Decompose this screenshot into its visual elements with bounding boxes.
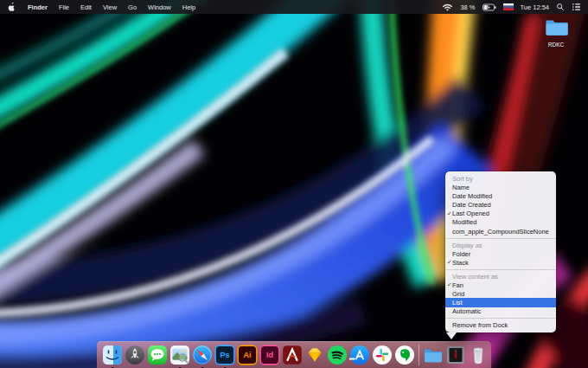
- clicked-stack-icon: [445, 345, 466, 365]
- menubar-menu-view[interactable]: View: [103, 3, 117, 11]
- dock-item-trash[interactable]: [468, 345, 489, 365]
- menu-item-com-apple-compoundslicenone[interactable]: com_apple_CompoundSliceNone: [445, 227, 556, 236]
- menu-item-remove-from-dock[interactable]: Remove from Dock: [445, 321, 556, 330]
- menu-item-label: Grid: [452, 290, 464, 298]
- menu-item-fan[interactable]: ✓Fan: [445, 281, 556, 289]
- menubar-menu-go[interactable]: Go: [128, 3, 137, 11]
- menu-item-automatic[interactable]: Automatic: [445, 307, 556, 316]
- menubar-menu-edit[interactable]: Edit: [80, 3, 92, 11]
- menu-section-header-sort-by: Sort by: [445, 174, 556, 183]
- menubar-menu-file[interactable]: File: [59, 3, 69, 11]
- dock-item-sketch[interactable]: [304, 345, 325, 365]
- sketch-icon: [304, 345, 325, 365]
- menubar-status: 38 % Tue 12:54: [442, 3, 581, 11]
- illustrator-icon: [237, 345, 258, 365]
- dock-item-launchpad[interactable]: [125, 345, 145, 365]
- dock-item-downloads-folder[interactable]: [423, 345, 444, 365]
- dock-item-illustrator[interactable]: Ai: [237, 345, 258, 365]
- menu-item-name[interactable]: Name: [445, 183, 556, 191]
- menu-item-modified[interactable]: Modified: [445, 218, 556, 227]
- folder-icon: [545, 18, 568, 40]
- slack-icon: [372, 345, 393, 365]
- dock-item-safari[interactable]: [192, 345, 213, 365]
- menu-item-stack[interactable]: ✓Stack: [445, 258, 556, 267]
- menu-item-label: Date Modified: [452, 192, 492, 200]
- dock-item-evernote[interactable]: [394, 345, 415, 365]
- context-menu-tail-icon: [446, 332, 457, 339]
- menu-separator: [445, 269, 556, 270]
- messages-icon: [147, 345, 168, 365]
- menu-item-last-opened[interactable]: ✓Last Opened: [445, 210, 556, 218]
- menu-item-label: Date Created: [452, 201, 491, 209]
- menu-item-label: List: [452, 299, 463, 307]
- menu-item-date-created[interactable]: Date Created: [445, 200, 556, 209]
- trash-icon: [468, 345, 489, 365]
- dock-item-acrobat[interactable]: [282, 345, 303, 365]
- evernote-icon: [394, 345, 415, 365]
- menu-item-label: Name: [452, 184, 470, 191]
- app-store-icon: [349, 345, 370, 365]
- dock-item-app-store[interactable]: [349, 345, 370, 365]
- menubar-menu-finder[interactable]: Finder: [28, 3, 48, 11]
- context-menu-body: Sort byNameDate ModifiedDate Created✓Las…: [445, 174, 556, 330]
- desktop-folder-rdkc[interactable]: RDKC: [536, 18, 576, 48]
- menu-item-label: com_apple_CompoundSliceNone: [452, 228, 549, 236]
- dock-item-slack[interactable]: [372, 345, 393, 365]
- menu-item-label: Fan: [452, 281, 463, 289]
- desktop-folder-label: RDKC: [548, 42, 564, 48]
- menu-item-date-modified[interactable]: Date Modified: [445, 191, 556, 200]
- dock-item-finder[interactable]: [102, 345, 123, 365]
- spotlight-icon[interactable]: [556, 3, 565, 11]
- input-flag-icon[interactable]: [503, 3, 514, 10]
- acrobat-icon: [282, 345, 303, 365]
- menubar-menu-help[interactable]: Help: [182, 3, 195, 11]
- dock-item-spotify[interactable]: [327, 345, 348, 365]
- menu-separator: [445, 318, 556, 319]
- menu-section-header-view-content-as: View content as: [445, 272, 556, 281]
- wifi-icon[interactable]: [442, 3, 453, 11]
- menubar-clock[interactable]: Tue 12:54: [521, 3, 550, 11]
- context-menu: Sort byNameDate ModifiedDate Created✓Las…: [445, 171, 556, 332]
- apple-menu-icon[interactable]: [7, 1, 16, 14]
- spotify-icon: [327, 345, 348, 365]
- notification-center-icon[interactable]: [572, 3, 581, 11]
- dock-item-indesign[interactable]: Id: [259, 345, 280, 365]
- dock-item-clicked-stack[interactable]: [445, 345, 466, 365]
- menu-item-label: Last Opened: [452, 210, 489, 217]
- battery-icon[interactable]: [483, 3, 496, 11]
- indesign-icon: [259, 345, 280, 365]
- menu-item-label: Stack: [452, 259, 469, 267]
- finder-icon: [102, 345, 123, 365]
- menu-item-list[interactable]: List: [445, 298, 556, 307]
- desktop-screen: FinderFileEditViewGoWindowHelp 38 %: [0, 0, 588, 368]
- dock-item-preview[interactable]: [169, 345, 190, 365]
- menu-item-label: Remove from Dock: [452, 321, 508, 329]
- dock: PsAiId: [97, 341, 491, 368]
- battery-percent[interactable]: 38 %: [460, 3, 475, 11]
- preview-icon: [169, 345, 190, 365]
- menu-separator: [445, 238, 556, 239]
- menu-item-folder[interactable]: Folder: [445, 249, 556, 258]
- menubar-menu-window[interactable]: Window: [148, 3, 171, 11]
- downloads-folder-icon: [423, 345, 444, 365]
- dock-item-messages[interactable]: [147, 345, 168, 365]
- dock-item-photoshop[interactable]: Ps: [214, 345, 235, 365]
- menu-item-label: Automatic: [452, 307, 481, 315]
- menubar-menus: FinderFileEditViewGoWindowHelp: [7, 1, 195, 14]
- launchpad-icon: [125, 345, 145, 365]
- menu-item-label: Folder: [452, 250, 470, 258]
- dock-separator: [419, 345, 419, 365]
- safari-icon: [192, 345, 213, 365]
- menu-bar: FinderFileEditViewGoWindowHelp 38 %: [0, 0, 588, 14]
- menu-item-grid[interactable]: Grid: [445, 289, 556, 298]
- photoshop-icon: [214, 345, 235, 365]
- menu-item-label: Modified: [452, 218, 476, 226]
- menu-section-header-display-as: Display as: [445, 241, 556, 249]
